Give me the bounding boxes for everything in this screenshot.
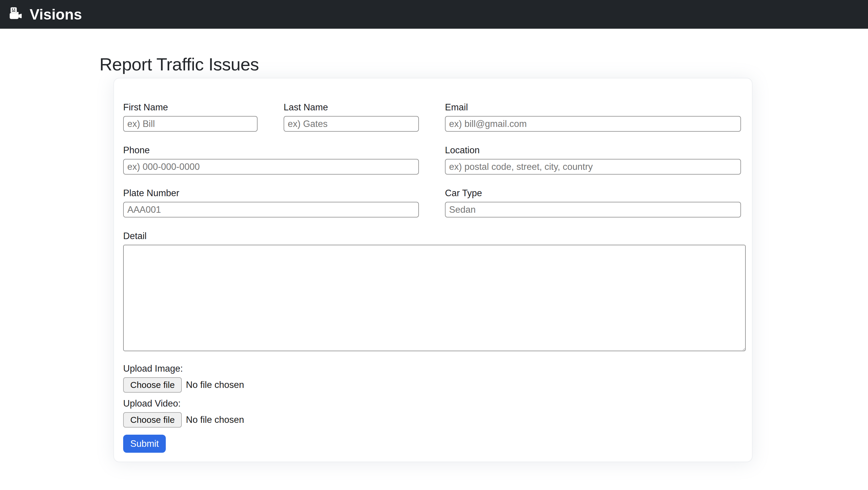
car-type-input[interactable] [445,202,741,218]
last-name-label: Last Name [284,102,419,113]
phone-input[interactable] [123,159,419,174]
brand-label: Visions [30,6,82,23]
report-form-card: First Name Last Name Email Phone Locatio… [113,78,752,462]
last-name-input[interactable] [284,116,419,132]
upload-video-choose-file-button[interactable]: Choose file [123,412,182,428]
upload-image-file-status: No file chosen [186,380,244,390]
car-type-label: Car Type [445,188,741,199]
upload-image-label: Upload Image: [123,363,740,374]
upload-image-choose-file-button[interactable]: Choose file [123,377,182,393]
first-name-field-group: First Name [123,102,257,132]
submit-button[interactable]: Submit [123,435,166,453]
navbar: Visions [0,0,868,29]
last-name-field-group: Last Name [284,102,419,132]
car-type-field-group: Car Type [445,188,741,218]
form-row-names-email: First Name Last Name Email [123,102,740,132]
phone-label: Phone [123,145,419,156]
detail-textarea[interactable] [123,245,746,351]
detail-field-group: Detail [123,230,740,351]
brand[interactable]: Visions [9,6,82,23]
camera-reels-icon [9,6,25,23]
upload-image-section: Upload Image: Choose file No file chosen [123,363,740,393]
page-title: Report Traffic Issues [99,54,868,75]
upload-video-section: Upload Video: Choose file No file chosen [123,398,740,428]
first-name-label: First Name [123,102,257,113]
upload-video-file-row: Choose file No file chosen [123,412,740,428]
plate-number-label: Plate Number [123,188,419,199]
location-label: Location [445,145,741,156]
upload-image-file-row: Choose file No file chosen [123,377,740,393]
form-row-phone-location: Phone Location [123,145,740,174]
phone-field-group: Phone [123,145,419,174]
location-field-group: Location [445,145,741,174]
form-row-plate-cartype: Plate Number Car Type [123,188,740,218]
email-field-group: Email [445,102,741,132]
email-input[interactable] [445,116,741,132]
upload-video-file-status: No file chosen [186,415,244,425]
plate-number-field-group: Plate Number [123,188,419,218]
plate-number-input[interactable] [123,202,419,218]
upload-video-label: Upload Video: [123,398,740,409]
detail-label: Detail [123,230,740,242]
location-input[interactable] [445,159,741,174]
first-name-input[interactable] [123,116,257,132]
email-label: Email [445,102,741,113]
